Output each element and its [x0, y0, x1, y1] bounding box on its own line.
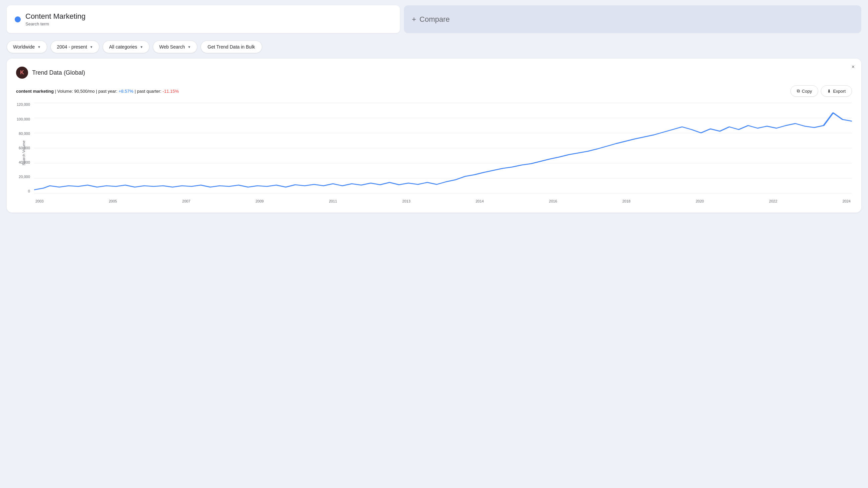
search-term-subtitle: Search term [25, 22, 86, 26]
k-logo: K [16, 66, 28, 79]
x-label-2003: 2003 [35, 199, 43, 203]
export-label: Export [833, 89, 846, 94]
x-label-2011: 2011 [329, 199, 337, 203]
x-label-2020: 2020 [696, 199, 704, 203]
search-type-label: Web Search [159, 44, 185, 50]
x-label-2007: 2007 [182, 199, 190, 203]
close-button[interactable]: × [851, 64, 855, 70]
category-filter[interactable]: All categories ▼ [103, 40, 150, 53]
chevron-down-icon: ▼ [188, 45, 191, 49]
past-year-value: +8.57% [119, 89, 133, 94]
x-label-2005: 2005 [108, 199, 117, 203]
copy-label: Copy [802, 89, 812, 94]
svg-rect-0 [34, 103, 852, 193]
chevron-down-icon: ▼ [140, 45, 143, 49]
chevron-down-icon: ▼ [90, 45, 93, 49]
stats-separator3: | past quarter: [135, 89, 163, 94]
search-type-filter[interactable]: Web Search ▼ [153, 40, 197, 53]
top-section: Content Marketing Search term + Compare [0, 0, 868, 37]
past-quarter-value: -11.15% [162, 89, 179, 94]
y-label-80k: 80,000 [17, 132, 30, 136]
copy-icon: ⧉ [797, 88, 800, 94]
search-term-dot [15, 17, 21, 22]
x-label-2013: 2013 [402, 199, 410, 203]
search-term-text: Content Marketing Search term [25, 12, 86, 26]
location-filter[interactable]: Worldwide ▼ [7, 40, 47, 53]
x-label-2024: 2024 [842, 199, 850, 203]
date-range-label: 2004 - present [57, 44, 87, 50]
compare-label: Compare [420, 15, 450, 24]
chevron-down-icon: ▼ [37, 45, 41, 49]
x-label-2014: 2014 [475, 199, 484, 203]
trend-chart: Search Volume 120,000 100,000 80,000 60,… [16, 103, 852, 203]
y-label-120k: 120,000 [17, 103, 30, 107]
compare-card[interactable]: + Compare [404, 5, 861, 33]
search-term-title: Content Marketing [25, 12, 86, 21]
x-axis-labels: 2003 2005 2007 2009 2011 2013 2014 2016 … [34, 199, 852, 203]
x-label-2018: 2018 [622, 199, 630, 203]
export-button[interactable]: ⬇ Export [821, 85, 852, 97]
y-label-0: 0 [17, 190, 30, 193]
bulk-trend-button[interactable]: Get Trend Data in Bulk [200, 40, 262, 53]
grid-line-0 [34, 193, 852, 194]
filters-bar: Worldwide ▼ 2004 - present ▼ All categor… [0, 37, 868, 59]
card-title: Trend Data (Global) [32, 69, 85, 76]
chart-inner: 120,000 100,000 80,000 60,000 40,000 20,… [34, 103, 852, 203]
keyword-label: content marketing [16, 89, 54, 94]
y-label-20k: 20,000 [17, 175, 30, 179]
card-header: K Trend Data (Global) [16, 66, 852, 79]
y-axis-labels: 120,000 100,000 80,000 60,000 40,000 20,… [17, 103, 30, 193]
x-label-2009: 2009 [255, 199, 264, 203]
plus-icon: + [412, 15, 416, 24]
stats-text: content marketing | Volume: 90,500/mo | … [16, 89, 179, 94]
volume-label: Volume: 90,500/mo [57, 89, 95, 94]
stats-row: content marketing | Volume: 90,500/mo | … [16, 85, 852, 97]
copy-button[interactable]: ⧉ Copy [790, 85, 818, 97]
y-label-60k: 60,000 [17, 146, 30, 150]
stats-separator2: | past year: [96, 89, 119, 94]
date-range-filter[interactable]: 2004 - present ▼ [51, 40, 99, 53]
x-label-2016: 2016 [549, 199, 557, 203]
trend-data-card: × K Trend Data (Global) content marketin… [7, 59, 861, 212]
y-label-100k: 100,000 [17, 117, 30, 121]
location-label: Worldwide [13, 44, 35, 50]
category-label: All categories [109, 44, 137, 50]
export-icon: ⬇ [827, 89, 831, 94]
x-label-2022: 2022 [769, 199, 777, 203]
search-term-card: Content Marketing Search term [7, 5, 400, 33]
y-label-40k: 40,000 [17, 161, 30, 164]
action-buttons: ⧉ Copy ⬇ Export [790, 85, 852, 97]
trend-line-svg [34, 103, 852, 193]
